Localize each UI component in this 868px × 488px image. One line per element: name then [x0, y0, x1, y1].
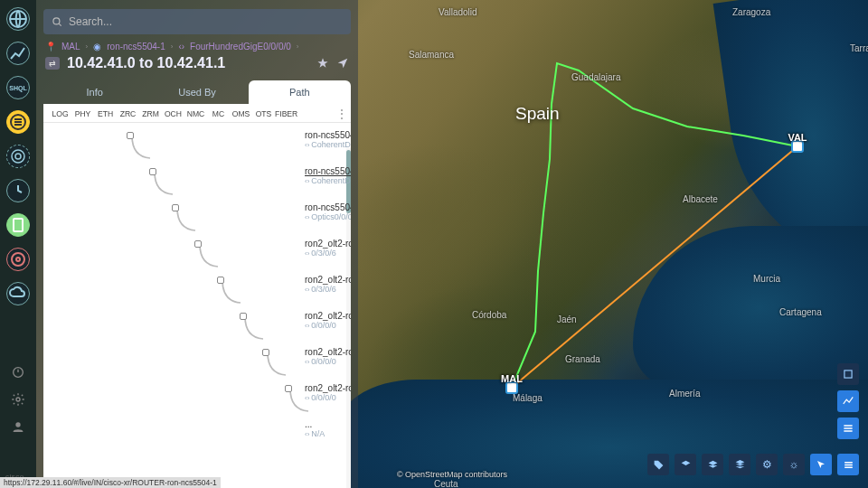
hop-port: ‹›0/0/0/0	[305, 357, 351, 366]
hop-port: ‹›0/3/0/6	[305, 249, 351, 258]
side-panel: 📍 MAL › ◉ ron-ncs5504-1 › ‹› FourHundred…	[36, 0, 358, 488]
select-tool[interactable]	[837, 363, 859, 385]
user-icon[interactable]	[11, 419, 25, 434]
rail-chart-icon[interactable]	[6, 42, 30, 65]
search-box[interactable]	[43, 9, 351, 34]
layer-zrc[interactable]: ZRC	[117, 109, 139, 118]
layer-more-icon[interactable]: ⋮	[336, 108, 347, 120]
layer-oms[interactable]: OMS	[230, 109, 252, 118]
path-content: LOG PHY ETH ZRC ZRM OCH NMC MC OMS OTS F…	[43, 104, 351, 488]
hop-node-icon	[127, 132, 134, 139]
hop-row[interactable]: ron2_olt2-roadm‹›0/3/0/6	[51, 239, 351, 275]
tag-tool[interactable]	[647, 454, 669, 475]
map-right-tools	[837, 363, 859, 439]
svg-point-9	[15, 422, 20, 427]
crumb-node[interactable]: ron-ncs5504-1	[107, 42, 165, 52]
rail-globe-icon[interactable]	[6, 7, 30, 31]
map-node-label: MAL	[501, 373, 523, 384]
power-icon[interactable]	[11, 365, 25, 380]
send-icon[interactable]	[336, 57, 349, 70]
menu-tool[interactable]	[837, 418, 859, 439]
layer-phy[interactable]: PHY	[71, 109, 94, 118]
layer-log[interactable]: LOG	[49, 109, 71, 118]
star-icon[interactable]	[316, 57, 329, 70]
hop-name[interactable]: ron-ncs5504-1	[305, 166, 351, 176]
hop-name[interactable]: ron-ncs5504-1	[305, 202, 351, 212]
hop-port: ‹›Optics0/0/0/0	[305, 212, 351, 221]
hop-row[interactable]: ron-ncs5504-1‹›CoherentDSP0/0/0/0	[51, 166, 351, 202]
svg-rect-4	[14, 219, 23, 231]
settings-tool[interactable]: ⚙	[756, 454, 778, 475]
link-badge: ⇄	[45, 57, 60, 70]
hop-row[interactable]: ron-ncs5504-1‹›CoherentDSP0/0/0/0	[51, 130, 351, 166]
map-node-label: VAL	[788, 132, 807, 143]
layers-3-tool[interactable]	[729, 454, 750, 475]
search-icon	[51, 15, 63, 28]
map-attribution: © OpenStreetMap contributors	[397, 470, 507, 479]
hop-row[interactable]: ron2_olt2-roadm‹›0/0/0/0	[51, 383, 351, 419]
hop-node-icon	[262, 349, 269, 356]
map-bottom-tools: ⚙ ☼	[647, 454, 859, 475]
layer-ots[interactable]: OTS	[252, 109, 275, 118]
layer-header: LOG PHY ETH ZRC ZRM OCH NMC MC OMS OTS F…	[43, 104, 351, 123]
hop-name[interactable]: ...	[305, 419, 325, 429]
pointer-tool[interactable]	[810, 454, 832, 475]
hop-name[interactable]: ron2_olt2-roadm	[305, 239, 351, 249]
tab-path[interactable]: Path	[249, 80, 351, 104]
tab-info[interactable]: Info	[43, 80, 146, 104]
hop-name[interactable]: ron-ncs5504-1	[305, 130, 351, 140]
hop-node-icon	[285, 385, 292, 392]
page-title: 10.42.41.0 to 10.42.41.1	[67, 55, 309, 71]
hop-row[interactable]: ron2_olt2-roadm‹›0/0/0/0	[51, 347, 351, 383]
hop-port: ‹›0/3/0/6	[305, 285, 351, 294]
layer-nmc[interactable]: NMC	[184, 109, 207, 118]
rail-doc-icon[interactable]	[6, 213, 30, 237]
hop-port: ‹›N/A	[305, 429, 325, 438]
brightness-tool[interactable]: ☼	[783, 454, 805, 475]
hop-name[interactable]: ron2_olt2-roadm	[305, 347, 351, 357]
svg-point-10	[53, 18, 60, 24]
svg-point-3	[12, 150, 24, 163]
rail-radar-icon[interactable]	[6, 145, 30, 168]
rail-disc-icon[interactable]	[6, 110, 30, 134]
hop-name[interactable]: ron2_olt2-roadm	[305, 275, 351, 285]
tabs: Info Used By Path	[43, 80, 351, 104]
layer-zrm[interactable]: ZRM	[139, 109, 162, 118]
layer-eth[interactable]: ETH	[94, 109, 117, 118]
hop-node-icon	[240, 313, 247, 320]
rail-target-icon[interactable]	[6, 248, 30, 271]
pin-icon: 📍	[45, 42, 56, 52]
search-input[interactable]	[69, 15, 344, 28]
svg-point-8	[16, 398, 20, 401]
hop-row[interactable]: ...‹›N/A	[51, 419, 351, 455]
crumb-leaf[interactable]: FourHundredGigE0/0/0/0	[190, 42, 291, 52]
tab-usedby[interactable]: Used By	[146, 80, 248, 104]
layer-mc[interactable]: MC	[207, 109, 230, 118]
svg-point-2	[15, 154, 21, 159]
left-rail: SHQL cisco	[0, 0, 36, 488]
layers-1-tool[interactable]	[675, 454, 696, 475]
crumb-site[interactable]: MAL	[61, 42, 80, 52]
layer-och[interactable]: OCH	[162, 109, 184, 118]
hop-row[interactable]: ron-ncs5504-1‹›Optics0/0/0/0	[51, 202, 351, 239]
rail-sync-icon[interactable]	[6, 179, 30, 202]
hop-name[interactable]: ron2_olt2-roadm	[305, 311, 351, 321]
status-bar: https://172.29.11.60/#/live/IN/cisco-xr/…	[0, 477, 221, 488]
list-tool[interactable]	[837, 454, 859, 475]
layers-2-tool[interactable]	[702, 454, 723, 475]
port-icon: ‹›	[178, 42, 184, 52]
hop-port: ‹›0/0/0/0	[305, 321, 351, 330]
hop-row[interactable]: ron2_olt2-roadm‹›0/3/0/6	[51, 275, 351, 311]
svg-point-5	[12, 253, 24, 266]
hop-row[interactable]: ron2_olt2-roadm‹›0/0/0/0	[51, 311, 351, 347]
line-tool[interactable]	[837, 390, 859, 412]
rail-shql-icon[interactable]: SHQL	[6, 76, 30, 99]
hop-name[interactable]: ron2_olt2-roadm	[305, 383, 351, 393]
rail-cloud-icon[interactable]	[6, 282, 30, 305]
hop-node-icon	[217, 277, 224, 284]
path-tree: ron-ncs5504-1‹›CoherentDSP0/0/0/0ron-ncs…	[43, 123, 351, 488]
breadcrumb: 📍 MAL › ◉ ron-ncs5504-1 › ‹› FourHundred…	[45, 42, 349, 52]
gear-icon[interactable]	[11, 392, 25, 407]
layer-fiber[interactable]: FIBER	[275, 109, 297, 118]
router-icon: ◉	[93, 42, 101, 52]
